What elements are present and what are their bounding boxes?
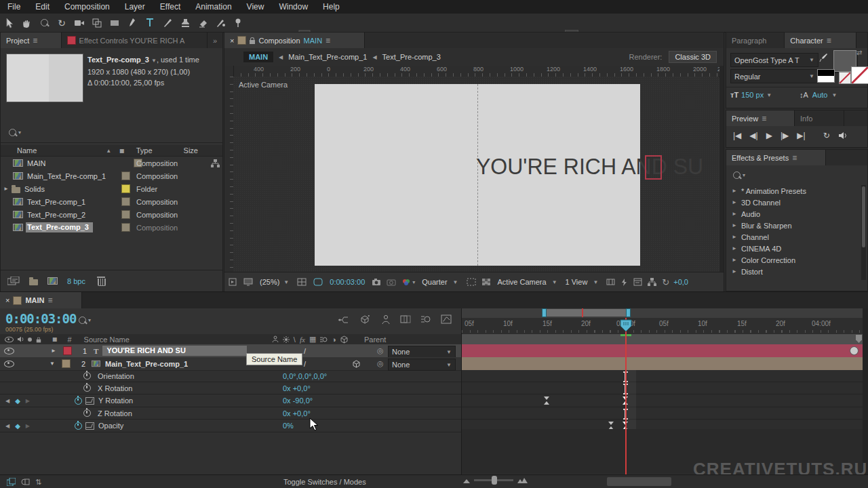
zoom-slider[interactable]	[474, 479, 513, 481]
menu-animation[interactable]: Animation	[188, 2, 239, 12]
lock-icon[interactable]	[250, 40, 255, 44]
no-stroke-swatch[interactable]	[851, 66, 868, 84]
add-keyframe-icon[interactable]: ◆	[15, 397, 20, 405]
effects-search[interactable]: ▾	[733, 171, 745, 179]
eye-icon[interactable]	[4, 361, 14, 367]
audio-column-icon[interactable]	[18, 336, 24, 342]
stopwatch-icon[interactable]	[83, 372, 91, 380]
panel-menu-icon[interactable]: ≡	[326, 36, 330, 45]
last-frame-button[interactable]: ▶|	[797, 131, 805, 140]
project-search[interactable]: ▾	[9, 129, 21, 136]
camera-view-value[interactable]: Active Camera	[498, 278, 547, 286]
zoom-in-icon[interactable]	[517, 477, 528, 483]
font-family-select[interactable]: OpenGost Type A T ▼	[730, 53, 818, 67]
layer-bar-2[interactable]	[462, 357, 863, 371]
property-label[interactable]: Y Rotation	[98, 396, 133, 405]
comp-canvas[interactable]: YOU'RE RICH AND SU	[315, 84, 640, 266]
bit-depth[interactable]: 8 bpc	[67, 277, 85, 285]
pickwhip-icon[interactable]: ◎	[377, 346, 384, 355]
project-row-main-text-pre-comp-1[interactable]: Main_Text_Pre-comp_1 Composition	[1, 169, 222, 182]
timeline-search[interactable]: ▾	[79, 317, 91, 324]
col-size[interactable]: Size	[184, 146, 198, 155]
track-y-rotation[interactable]	[462, 394, 863, 407]
tab-overflow[interactable]: »	[208, 33, 222, 48]
tab-composition[interactable]: × Composition MAIN ≡	[224, 33, 365, 48]
menu-edit[interactable]: Edit	[28, 2, 57, 12]
collapse-switch-icon[interactable]	[283, 336, 290, 343]
previous-frame-button[interactable]: ◀|	[749, 131, 757, 140]
snapshot-icon[interactable]	[372, 278, 381, 286]
zoom-tool-icon[interactable]	[35, 16, 53, 30]
current-time-button[interactable]: 0:00:03:00	[330, 278, 365, 286]
quality-switch-icon[interactable]: \	[294, 336, 296, 344]
loop-icon[interactable]: ↻	[823, 131, 830, 140]
next-keyframe-icon[interactable]: ▶	[26, 423, 30, 429]
video-column-icon[interactable]	[5, 336, 14, 342]
hide-shy-icon[interactable]	[381, 314, 391, 325]
footage-caret[interactable]: ▼	[151, 58, 157, 64]
menu-help[interactable]: Help	[315, 2, 347, 12]
quality-switch[interactable]: /	[304, 347, 306, 355]
fast-previews-icon[interactable]	[620, 278, 628, 287]
roto-brush-tool-icon[interactable]	[212, 16, 229, 30]
transparency-grid-icon[interactable]	[481, 278, 491, 286]
play-button[interactable]: ▶	[766, 131, 772, 140]
footage-name[interactable]: Text_Pre-comp_3	[87, 56, 149, 64]
resolution-caret[interactable]: ▼	[453, 279, 458, 285]
show-snapshot-icon[interactable]	[387, 278, 396, 286]
navigator-span[interactable]	[545, 309, 628, 317]
cube-switch-icon[interactable]	[353, 360, 360, 368]
first-frame-button[interactable]: |◀	[733, 131, 741, 140]
type-tool-icon[interactable]	[141, 16, 159, 30]
expand-inout-icon[interactable]: ⇅	[35, 478, 41, 487]
project-row-text-pre-comp-1[interactable]: Text_Pre-comp_1 Composition	[1, 195, 222, 208]
new-folder-icon[interactable]	[29, 279, 38, 285]
flowchart-icon[interactable]	[211, 159, 220, 167]
current-time-display[interactable]: 0:00:03:00	[5, 311, 76, 326]
font-style-select[interactable]: Regular ▼	[730, 69, 818, 83]
track-z-rotation[interactable]	[462, 407, 863, 420]
number-column[interactable]: #	[67, 336, 71, 344]
comp-flowchart-icon[interactable]	[648, 278, 656, 286]
resolution-value[interactable]: Quarter	[422, 278, 447, 286]
menu-view[interactable]: View	[239, 2, 272, 12]
navigator-start-handle[interactable]	[542, 308, 547, 317]
layer-collapse-icon[interactable]: ▼	[50, 361, 55, 367]
puppet-pin-tool-icon[interactable]	[229, 16, 247, 30]
effects-scrollbar[interactable]	[861, 185, 866, 280]
toggle-switches-modes-button[interactable]: Toggle Switches / Modes	[283, 478, 366, 486]
safe-areas-icon[interactable]	[297, 278, 307, 286]
property-value[interactable]: 0x +0,0°	[283, 409, 311, 418]
track-orientation[interactable]	[462, 370, 863, 382]
layer-expand-icon[interactable]: ►	[51, 348, 56, 354]
expand-layer-switches-icon[interactable]	[7, 478, 16, 486]
view-layout-value[interactable]: 1 View	[566, 278, 588, 286]
selection-tool-icon[interactable]	[0, 16, 18, 30]
mini-flowchart-icon[interactable]	[338, 315, 349, 325]
brush-tool-icon[interactable]	[159, 16, 176, 30]
graph-toggle-icon[interactable]	[85, 422, 94, 430]
effects-group-color-correction[interactable]: ►Color Correction	[726, 254, 859, 266]
color-label[interactable]	[121, 223, 130, 232]
effects-group-blur-sharpen[interactable]: ►Blur & Sharpen	[726, 220, 859, 231]
parent-column[interactable]: Parent	[364, 336, 386, 344]
eyedropper-icon[interactable]	[818, 53, 828, 62]
effects-group-channel[interactable]: ►Channel	[726, 231, 859, 243]
next-keyframe-icon[interactable]: ▶	[26, 398, 30, 404]
no-fill-swatch-small[interactable]	[839, 72, 851, 84]
timeline-vscrollbar[interactable]	[863, 308, 868, 475]
playhead-marker[interactable]	[620, 319, 632, 332]
hand-tool-icon[interactable]	[18, 16, 35, 30]
orbit-camera-tool-icon[interactable]: ↻	[53, 16, 71, 30]
navigator-end-handle[interactable]	[626, 308, 631, 317]
magnification-caret[interactable]: ▼	[283, 279, 289, 285]
roi-icon[interactable]	[467, 278, 476, 286]
expand-transfer-controls-icon[interactable]	[21, 478, 30, 486]
breadcrumb-text-pre-comp-3[interactable]: Text_Pre-comp_3	[382, 53, 441, 61]
tab-effects-presets[interactable]: Effects & Presets ≡	[726, 150, 826, 165]
property-label[interactable]: Orientation	[98, 372, 134, 380]
label-column-icon[interactable]: ◆	[50, 334, 60, 344]
effects-group-distort[interactable]: ►Distort	[726, 266, 859, 277]
add-keyframe-icon[interactable]: ◆	[15, 422, 20, 430]
clone-stamp-tool-icon[interactable]	[176, 16, 194, 30]
